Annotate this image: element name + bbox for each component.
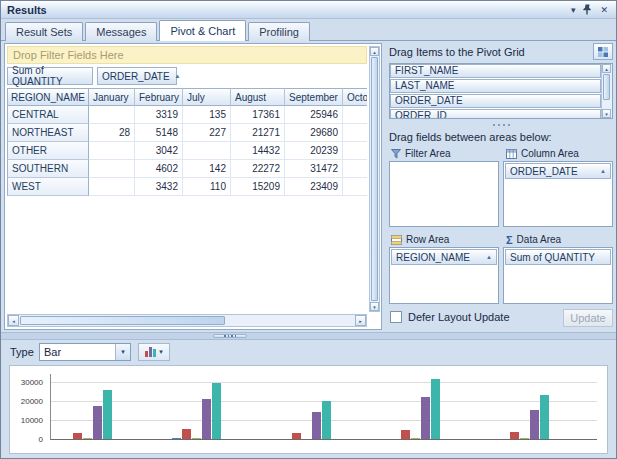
scroll-thumb[interactable] [371,57,378,301]
sort-asc-icon: ▲ [486,254,492,260]
chart-section: Type Bar ▾ ▾ 0100002000030000 [1,340,616,458]
drag-hint-label: Drag fields between areas below: [389,131,552,143]
data-cell: 21271 [231,124,285,142]
row-header-southern[interactable]: SOUTHERN [7,160,89,178]
column-header-february[interactable]: February [135,88,183,106]
chart-options-button[interactable]: ▾ [138,343,170,361]
pivot-row: SOUTHERN46021422227231472 [7,160,367,178]
scroll-right-button[interactable]: ▸ [355,315,366,326]
scroll-down-button[interactable]: ▾ [370,302,379,311]
bar-central-february [73,433,82,439]
column-header-july[interactable]: July [183,88,231,106]
column-header-september[interactable]: September [285,88,343,106]
bar-northeast-august [202,399,211,439]
window-menu-icon[interactable]: ▾ [571,5,576,15]
tab-result-sets[interactable]: Result Sets [5,22,83,41]
data-area-box[interactable]: Sum of QUANTITY [503,247,613,304]
close-icon[interactable]: ✕ [600,5,608,15]
data-cell: 110 [183,178,231,196]
field-list: FIRST_NAMELAST_NAMEORDER_DATEORDER_ID ▴ … [389,63,613,119]
bar-other-august [312,412,321,439]
tab-profiling[interactable]: Profiling [248,22,310,41]
scroll-up-button[interactable]: ▴ [370,47,379,56]
filter-area-box[interactable] [389,161,499,227]
tab-pivot-chart[interactable]: Pivot & Chart [159,20,246,41]
field-list-resize-grip[interactable] [389,122,613,127]
field-list-item-first-name[interactable]: FIRST_NAME [390,64,601,78]
pivot-field-row: Sum of QUANTITY ORDER_DATE ▲ [7,67,367,85]
column-area-icon [506,149,517,159]
update-button[interactable]: Update [563,309,613,327]
chart-y-axis: 0100002000030000 [12,374,46,440]
pivot-grid-layout-button[interactable] [593,43,613,60]
chart-plot [50,374,597,440]
horizontal-splitter[interactable] [1,332,616,340]
data-field-button[interactable]: Sum of QUANTITY [7,67,93,85]
data-cell: 3432 [135,178,183,196]
column-header-august[interactable]: August [231,88,285,106]
pivot-row: NORTHEAST2851482272127129680 [7,124,367,142]
pivot-body: CENTRAL33191351736125946NORTHEAST2851482… [7,106,367,198]
chart-type-label: Type [10,346,34,358]
data-cell: 17361 [231,106,285,124]
bar-southern-september [431,379,440,439]
scroll-thumb[interactable] [603,74,610,100]
field-item-label: REGION_NAME [396,252,470,263]
scroll-down-button[interactable]: ▾ [602,109,611,118]
data-cell: 3319 [135,106,183,124]
row-header-west[interactable]: WEST [7,178,89,196]
bar-west-february [510,432,519,439]
pivot-vertical-scrollbar[interactable]: ▴ ▾ [369,46,380,312]
row-field-header[interactable]: REGION_NAME ▲ [7,88,89,106]
scroll-thumb[interactable] [20,316,225,325]
column-field-button[interactable]: ORDER_DATE ▲ [97,67,177,85]
column-header-january[interactable]: January [89,88,135,106]
bar-northeast-september [212,383,221,439]
column-area-label: Column Area [521,148,579,159]
y-tick-label: 20000 [12,397,43,406]
sigma-icon: Σ [506,235,513,245]
field-item-order-date[interactable]: ORDER_DATE▲ [505,163,611,179]
row-header-central[interactable]: CENTRAL [7,106,89,124]
splitter-grip[interactable] [213,334,247,338]
tab-messages[interactable]: Messages [85,22,157,41]
row-header-northeast[interactable]: NORTHEAST [7,124,89,142]
scroll-up-button[interactable]: ▴ [602,64,611,73]
column-header-october[interactable]: October [343,88,367,106]
field-chooser-title: Drag Items to the Pivot Grid [389,46,525,58]
field-item-sum-of-quantity[interactable]: Sum of QUANTITY [505,249,611,265]
data-cell: 3042 [135,142,183,160]
defer-layout-checkbox[interactable] [390,311,402,323]
data-cell: 14432 [231,142,285,160]
data-cell: 135 [183,106,231,124]
row-area-box[interactable]: REGION_NAME▲ [389,247,499,304]
pivot-row: CENTRAL33191351736125946 [7,106,367,124]
field-chooser-panel: Drag Items to the Pivot Grid FIRST_NAMEL… [389,43,613,330]
field-list-item-order-id[interactable]: ORDER_ID [390,109,601,119]
bar-west-august [530,410,539,439]
field-item-region-name[interactable]: REGION_NAME▲ [391,249,497,265]
field-list-item-order-date[interactable]: ORDER_DATE [390,94,601,108]
pin-icon[interactable] [583,4,592,15]
pivot-horizontal-scrollbar[interactable]: ◂ ▸ [7,314,367,327]
row-header-other[interactable]: OTHER [7,142,89,160]
data-cell [89,160,135,178]
data-cell [343,142,367,160]
column-area-box[interactable]: ORDER_DATE▲ [503,161,613,227]
data-cell: 142 [183,160,231,178]
filter-area-header: Filter Area [391,147,451,160]
chart-type-select[interactable]: Bar ▾ [39,343,131,361]
scroll-left-button[interactable]: ◂ [8,315,19,326]
panel-titlebar[interactable]: Results ▾ ✕ [1,1,616,19]
pivot-header-row: REGION_NAME ▲ JanuaryFebruaryJulyAugustS… [7,88,367,106]
bar-northeast-july [192,438,201,439]
data-cell: 4602 [135,160,183,178]
data-cell: 31472 [285,160,343,178]
data-cell [89,106,135,124]
chevron-down-icon[interactable]: ▾ [115,344,130,360]
data-cell [183,142,231,160]
filter-drop-zone[interactable]: Drop Filter Fields Here [7,46,367,64]
results-panel: Results ▾ ✕ Result SetsMessagesPivot & C… [0,0,617,459]
field-list-item-last-name[interactable]: LAST_NAME [390,79,601,93]
field-list-scrollbar[interactable]: ▴ ▾ [601,64,612,118]
